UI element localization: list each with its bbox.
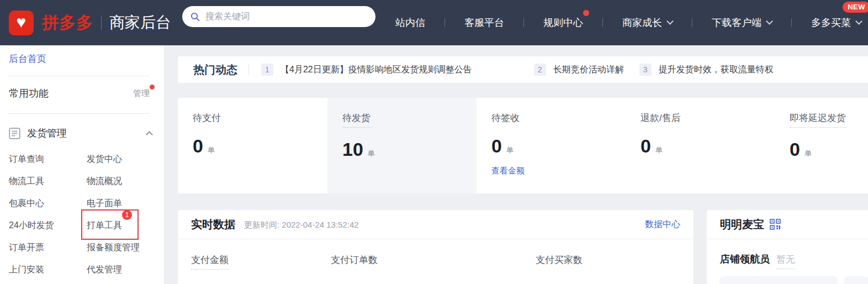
notification-dot <box>583 10 589 16</box>
chevron-up-icon <box>146 131 153 138</box>
news-divider <box>248 65 249 75</box>
shop-card: 明明麦宝 店铺领航员 暂无 <box>707 210 868 284</box>
news-item-3[interactable]: 3 提升发货时效，获取流量特权 <box>639 64 774 76</box>
common-functions-title: 常用功能 <box>9 87 49 100</box>
sidebar-item-order-query[interactable]: 订单查询 <box>9 154 87 165</box>
shipping-section-header[interactable]: 发货管理 <box>9 125 152 141</box>
stat-card-pending-payment[interactable]: 待支付 0单 <box>178 98 327 193</box>
manage-button[interactable]: 管理 <box>133 88 150 99</box>
sidebar: 后台首页 常用功能 管理 发货管理 订单查询 发货中心 物流工具 物流概况 包裹… <box>0 45 165 284</box>
nav-divider <box>444 18 445 27</box>
nav-divider <box>602 18 603 27</box>
order-stats-strip: 待支付 0单 待发货 10单 待签收 0单 查看金额 退款/售后 0单 即将延迟… <box>178 98 868 193</box>
new-badge: NEW <box>843 2 868 13</box>
nav-divider <box>692 18 692 27</box>
update-time: 更新时间: 2022-04-24 13:52:42 <box>244 220 359 230</box>
sidebar-item-print-tool[interactable]: 打单工具 1 <box>87 220 155 232</box>
stat-value: 0 <box>641 135 651 157</box>
search-input[interactable] <box>205 12 367 22</box>
global-search[interactable] <box>182 6 375 27</box>
brand-logo[interactable]: ♥ 拼多多 商家后台 <box>9 0 171 45</box>
shipping-menu: 订单查询 发货中心 物流工具 物流概况 包裹中心 电子面单 24小时发货 打单工… <box>9 148 155 281</box>
sidebar-item-shipping-center[interactable]: 发货中心 <box>87 154 155 165</box>
sidebar-item-package-center[interactable]: 包裹中心 <box>9 198 87 209</box>
navbar-menu: 站内信 客服平台 规则中心 商家成长 下载客户端 多多买菜NEW <box>393 0 864 45</box>
document-icon <box>9 128 20 139</box>
view-amount-link[interactable]: 查看金额 <box>491 166 626 176</box>
navigator-value[interactable]: 暂无 <box>776 253 795 269</box>
stat-card-delayed-shipment[interactable]: 即将延迟发货 0单 <box>775 98 868 193</box>
shop-header: 明明麦宝 <box>707 210 868 239</box>
shop-navigator-row: 店铺领航员 暂无 <box>707 239 868 269</box>
metric-paid-orders: 支付订单数 <box>331 254 378 266</box>
news-item-1[interactable]: 1 【4月22日更新】疫情影响地区发货规则调整公告 <box>261 64 472 76</box>
count-badge: 1 <box>122 210 132 220</box>
product-name: 商家后台 <box>109 12 171 33</box>
sidebar-item-logistics-tools[interactable]: 物流工具 <box>9 176 87 187</box>
news-item-2[interactable]: 2 长期竞价活动详解 <box>534 64 624 76</box>
hot-news-bar: 热门动态 1 【4月22日更新】疫情影响地区发货规则调整公告 2 长期竞价活动详… <box>178 56 868 83</box>
notification-dot <box>150 85 155 90</box>
search-icon <box>190 12 200 22</box>
data-center-link[interactable]: 数据中心 <box>645 219 680 230</box>
nav-item-merchant-growth[interactable]: 商家成长 <box>620 16 675 29</box>
navigator-label: 店铺领航员 <box>720 253 770 266</box>
news-index-badge: 2 <box>534 64 546 76</box>
sidebar-item-logistics-overview[interactable]: 物流概况 <box>87 176 155 187</box>
shipping-section-title: 发货管理 <box>27 127 147 140</box>
sidebar-item-door-installation[interactable]: 上门安装 <box>9 264 87 276</box>
chevron-down-icon <box>766 18 773 25</box>
sidebar-item-order-invoice[interactable]: 订单开票 <box>9 242 87 254</box>
sidebar-item-24h-shipping[interactable]: 24小时发货 <box>9 220 87 232</box>
nav-divider <box>523 18 524 27</box>
news-index-badge: 1 <box>261 64 273 76</box>
nav-item-duoduo-maicai[interactable]: 多多买菜NEW <box>809 16 864 29</box>
realtime-metrics: 支付金额 支付订单数 支付买家数 <box>178 239 694 283</box>
stat-value: 10 <box>342 139 363 160</box>
realtime-header: 实时数据 更新时间: 2022-04-24 13:52:42 数据中心 <box>178 210 694 239</box>
news-title: 热门动态 <box>193 62 237 77</box>
nav-item-download-client[interactable]: 下载客户端 <box>710 16 774 29</box>
stat-card-pending-shipment[interactable]: 待发货 10单 <box>327 98 477 193</box>
sidebar-item-quota-management[interactable]: 报备额度管理 <box>87 242 155 254</box>
shop-tab-button[interactable] <box>719 276 838 284</box>
sidebar-divider <box>8 113 150 114</box>
nav-item-rules-center[interactable]: 规则中心 <box>541 16 585 29</box>
metric-paying-buyers: 支付买家数 <box>536 254 583 266</box>
sidebar-item-e-waybill[interactable]: 电子面单 <box>87 198 155 209</box>
realtime-title: 实时数据 <box>191 217 235 232</box>
stat-value: 0 <box>193 135 203 157</box>
shop-tab-button[interactable] <box>844 276 868 284</box>
shop-name: 明明麦宝 <box>720 217 764 232</box>
brand-divider <box>101 15 102 30</box>
top-navbar: ♥ 拼多多 商家后台 站内信 客服平台 规则中心 商家成长 下载客户端 多多买菜… <box>0 0 868 45</box>
nav-item-messages[interactable]: 站内信 <box>393 16 427 29</box>
chevron-down-icon <box>855 18 862 25</box>
heart-icon: ♥ <box>17 14 27 30</box>
nav-divider <box>791 18 792 27</box>
sidebar-common-section: 常用功能 管理 <box>9 85 150 102</box>
stat-value: 0 <box>790 139 800 160</box>
chevron-down-icon <box>666 18 674 25</box>
pinduoduo-logo-icon: ♥ <box>9 10 34 35</box>
brand-name: 拼多多 <box>42 12 93 34</box>
qr-code-icon[interactable] <box>770 219 781 230</box>
nav-item-customer-service[interactable]: 客服平台 <box>462 16 506 29</box>
metric-payment-amount[interactable]: 支付金额 <box>191 254 229 270</box>
stat-value: 0 <box>491 135 502 157</box>
sidebar-item-home[interactable]: 后台首页 <box>9 52 46 65</box>
realtime-data-panel: 实时数据 更新时间: 2022-04-24 13:52:42 数据中心 支付金额… <box>178 210 694 284</box>
sidebar-divider <box>8 76 150 76</box>
stat-card-refund-aftersale[interactable]: 退款/售后 0单 <box>626 98 775 193</box>
stat-card-pending-receipt[interactable]: 待签收 0单 查看金额 <box>477 98 626 193</box>
news-index-badge: 3 <box>639 64 652 76</box>
sidebar-item-dropship-management[interactable]: 代发管理 <box>87 264 155 276</box>
